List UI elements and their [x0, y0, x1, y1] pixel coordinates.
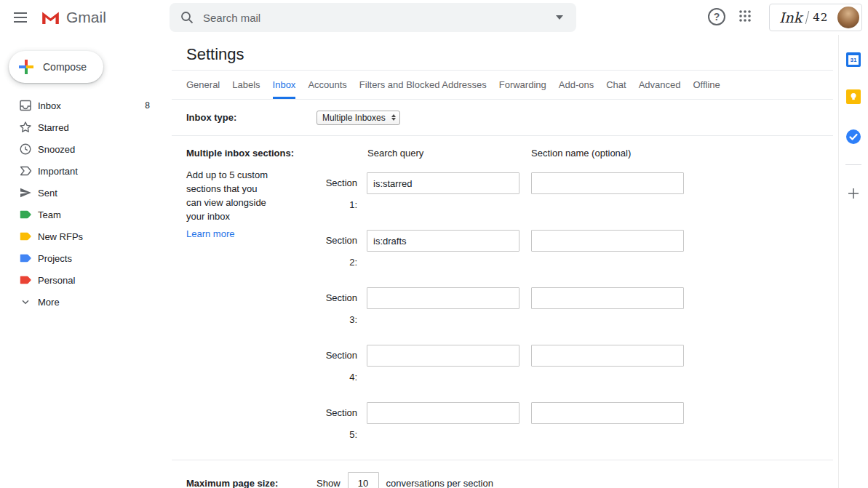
compose-label: Compose — [43, 61, 87, 73]
sidebar-item-label: Snoozed — [38, 144, 75, 155]
tab-accounts[interactable]: Accounts — [308, 71, 346, 99]
sections-label-column: Multiple inbox sections: Add up to 5 cus… — [186, 148, 316, 446]
get-add-ons-plus-icon[interactable] — [847, 187, 860, 200]
section-4-query-input[interactable] — [367, 345, 519, 367]
tab-forwarding[interactable]: Forwarding — [499, 71, 546, 99]
section-3-query-input[interactable] — [367, 287, 519, 309]
apps-grid-icon[interactable] — [738, 9, 752, 23]
inbox-unread-count: 8 — [145, 100, 150, 111]
sections-description: Add up to 5 custom sections that you can… — [186, 168, 275, 223]
label-icon — [19, 252, 32, 265]
help-icon[interactable]: ? — [708, 8, 725, 25]
section-1-label: Section 1: — [316, 172, 367, 216]
sidebar-item-label-personal[interactable]: Personal — [0, 269, 186, 291]
tab-labels[interactable]: Labels — [232, 71, 260, 99]
sidebar-item-snoozed[interactable]: Snoozed — [0, 138, 186, 160]
search-icon — [180, 10, 194, 25]
sidebar-item-label: Personal — [38, 275, 75, 286]
section-row-5: Section 5: — [316, 402, 833, 446]
gmail-m-icon — [41, 10, 60, 25]
avatar[interactable] — [837, 7, 859, 28]
brand-number: 42 — [813, 11, 828, 24]
page-title: Settings — [172, 35, 833, 70]
tab-advanced[interactable]: Advanced — [639, 71, 681, 99]
page-size-suffix: conversations per section — [386, 478, 493, 488]
tab-add-ons[interactable]: Add-ons — [559, 71, 594, 99]
inbox-type-select[interactable]: Multiple Inboxes — [316, 111, 400, 125]
sidebar-item-more[interactable]: More — [0, 291, 186, 313]
calendar-icon[interactable]: 31 — [846, 52, 861, 67]
section-name-header: Section name (optional) — [531, 148, 631, 162]
sidebar-item-label: Team — [38, 209, 61, 220]
gmail-logo: Gmail — [41, 0, 106, 35]
section-4-name-input[interactable] — [531, 345, 684, 367]
section-3-name-input[interactable] — [531, 287, 684, 309]
sidebar-item-starred[interactable]: Starred — [0, 116, 186, 138]
learn-more-link[interactable]: Learn more — [186, 228, 234, 239]
search-input[interactable] — [203, 12, 547, 24]
search-query-header: Search query — [367, 148, 519, 162]
sections-row: Multiple inbox sections: Add up to 5 cus… — [172, 136, 833, 460]
page-size-input[interactable] — [348, 472, 379, 488]
section-1-name-input[interactable] — [531, 172, 684, 194]
section-2-name-input[interactable] — [531, 230, 684, 252]
section-4-label: Section 4: — [316, 345, 367, 388]
tab-chat[interactable]: Chat — [606, 71, 626, 99]
label-icon — [19, 230, 32, 243]
right-side-panel: 31 — [838, 35, 868, 488]
section-row-4: Section 4: — [316, 345, 833, 388]
keep-icon[interactable] — [846, 89, 861, 104]
section-2-label: Section 2: — [316, 230, 367, 273]
compose-button[interactable]: Compose — [9, 51, 103, 83]
rail-divider — [845, 164, 861, 165]
account-chip[interactable]: Ink 42 — [769, 4, 862, 31]
tasks-icon[interactable] — [846, 129, 861, 144]
section-3-label: Section 3: — [316, 287, 367, 331]
star-icon — [19, 121, 32, 134]
page-size-label: Maximum page size: — [186, 478, 316, 488]
sidebar-item-label-team[interactable]: Team — [0, 204, 186, 225]
send-icon — [19, 186, 32, 199]
multicolor-plus-icon — [19, 60, 33, 74]
section-row-3: Section 3: — [316, 287, 833, 331]
label-icon — [19, 208, 32, 221]
inbox-type-label: Inbox type: — [186, 112, 316, 123]
sidebar-item-label: More — [38, 297, 60, 308]
sidebar-item-label: Inbox — [38, 100, 61, 111]
section-2-query-input[interactable] — [367, 230, 519, 252]
settings-main: Settings General Labels Inbox Accounts F… — [172, 35, 833, 488]
sidebar-item-label: Projects — [38, 253, 72, 264]
section-row-2: Section 2: — [316, 230, 833, 273]
sidebar-item-inbox[interactable]: Inbox 8 — [0, 95, 186, 116]
sidebar-item-label: Important — [38, 166, 78, 177]
section-5-name-input[interactable] — [531, 402, 684, 424]
important-marker-icon — [19, 164, 32, 177]
sidebar-item-label: Starred — [38, 122, 69, 133]
hamburger-menu-icon[interactable] — [6, 3, 35, 32]
section-1-query-input[interactable] — [367, 172, 519, 194]
inbox-type-row: Inbox type: Multiple Inboxes — [172, 100, 833, 136]
sidebar-item-label-new-rfps[interactable]: New RFPs — [0, 225, 186, 247]
section-row-1: Section 1: — [316, 172, 833, 216]
page-size-control: Show conversations per section — [316, 472, 493, 488]
sidebar-item-label: Sent — [38, 188, 57, 199]
brand-divider — [805, 11, 809, 24]
search-bar[interactable] — [170, 3, 576, 32]
sidebar-item-label-projects[interactable]: Projects — [0, 247, 186, 269]
tab-filters[interactable]: Filters and Blocked Addresses — [359, 71, 487, 99]
gmail-settings-page: Gmail ? Ink 42 — [0, 0, 868, 488]
calendar-day: 31 — [848, 55, 859, 65]
tab-general[interactable]: General — [186, 71, 220, 99]
tab-offline[interactable]: Offline — [693, 71, 720, 99]
brand-wordmark: Ink — [779, 9, 802, 25]
search-options-chevron-icon[interactable] — [547, 8, 572, 27]
sidebar-item-important[interactable]: Important — [0, 160, 186, 182]
topbar: Gmail ? Ink 42 — [0, 0, 868, 35]
sections-label: Multiple inbox sections: — [186, 148, 316, 159]
section-5-query-input[interactable] — [367, 402, 519, 424]
sidebar: Compose Inbox 8 Starred Snoozed — [0, 35, 186, 488]
sidebar-item-sent[interactable]: Sent — [0, 182, 186, 204]
app-name: Gmail — [66, 9, 106, 26]
page-size-prefix: Show — [316, 478, 341, 488]
tab-inbox[interactable]: Inbox — [273, 71, 296, 99]
